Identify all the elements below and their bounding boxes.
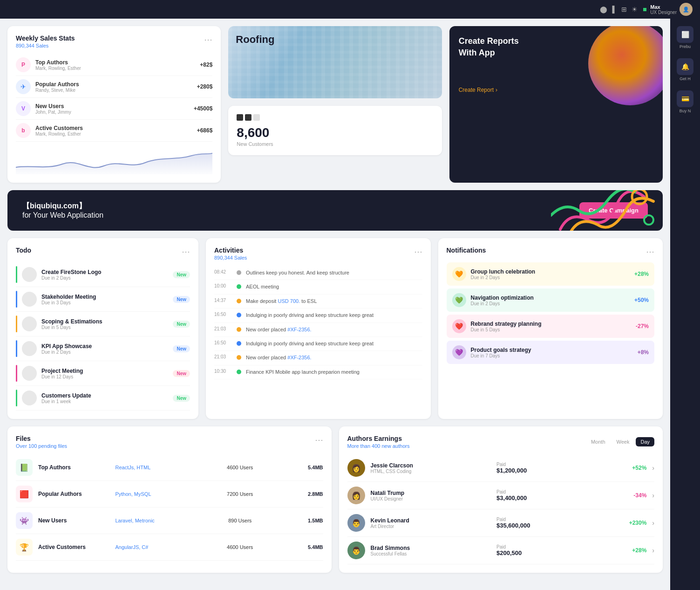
list-item: 🏆 Active Customers AngularJS, C# 4600 Us… — [16, 534, 323, 561]
list-item: 👨 Brad Simmons Successful Fellas Paid $2… — [347, 537, 655, 564]
campaign-title2: for Your Web Application — [22, 211, 103, 220]
list-item: 📗 Top Authors ReactJs, HTML 4600 Users 5… — [16, 454, 323, 481]
list-item: 👩 Natali Trump UI/UX Designer Paid $3,40… — [347, 482, 655, 509]
file-users: 4600 Users — [210, 544, 270, 550]
list-item: Create FireStone Logo Due in 2 Days New — [16, 262, 190, 287]
list-item: 10:30 Finance KPI Mobile app launch prep… — [214, 365, 422, 379]
todo-badge: New — [173, 370, 190, 377]
grid-icon[interactable]: ⊞ — [621, 6, 627, 13]
todo-text: Create FireStone Logo Due in 2 Days — [41, 269, 168, 281]
brightness-icon[interactable]: ☀ — [632, 6, 638, 13]
panel-item-geth[interactable]: 🔔 Get H — [677, 58, 693, 81]
file-tags: Python, MySQL — [115, 491, 204, 497]
todo-badge: New — [173, 296, 190, 303]
list-item: 16:50 Indulging in poorly driving and ke… — [214, 337, 422, 351]
panel-item-prebu[interactable]: ⬜ Prebu — [677, 26, 693, 49]
author-change: +28% — [582, 547, 646, 554]
todo-text: KPI App Showcase Due in 2 Days — [41, 343, 168, 355]
bar-icon[interactable]: ▌ — [612, 6, 617, 13]
panel-item-buyn[interactable]: 💳 Buy N — [677, 90, 693, 113]
activities-menu[interactable]: ⋯ — [414, 247, 422, 257]
avatar[interactable]: 👤 — [680, 3, 693, 16]
activity-link[interactable]: #XF-2356. — [287, 327, 311, 332]
stat-value: +82$ — [200, 62, 212, 68]
todo-avatar — [22, 391, 37, 405]
stat-name: Top Authors — [35, 59, 81, 66]
author-arrow-icon[interactable]: › — [652, 492, 654, 499]
list-item: Stakeholder Meeting Due in 3 Days New — [16, 287, 190, 312]
todo-bar — [16, 365, 17, 382]
panel-icon-prebu: ⬜ — [677, 26, 693, 43]
new-customers-number: 8,600 — [237, 125, 433, 140]
file-name: New Users — [38, 517, 109, 524]
search-icon[interactable]: ⬤ — [600, 6, 607, 13]
todo-text: Scoping & Estimations Due in 5 Days — [41, 318, 168, 330]
todo-badge: New — [173, 321, 190, 328]
file-size: 5.4MB — [275, 465, 323, 470]
files-menu[interactable]: ⋯ — [315, 435, 323, 445]
notif-text: Group lunch celebration Due in 2 Days — [471, 268, 630, 280]
activities-title: Activities — [214, 247, 247, 254]
author-info: Natali Trump UI/UX Designer — [371, 490, 491, 501]
tab-day[interactable]: Day — [636, 437, 654, 446]
notif-value: +50% — [634, 297, 649, 303]
file-name: Popular Authors — [38, 491, 109, 497]
campaign-decoration — [546, 190, 663, 231]
todo-avatar — [22, 267, 37, 282]
author-arrow-icon[interactable]: › — [652, 547, 654, 554]
activity-dot — [237, 355, 241, 360]
activity-link[interactable]: USD 700. — [278, 298, 300, 304]
tab-week[interactable]: Week — [612, 437, 634, 446]
roofing-card: Roofing — [228, 26, 442, 98]
stat-sub: John, Pat, Jimmy — [35, 110, 71, 115]
notif-icon: 🧡 — [452, 267, 466, 281]
list-item: Project Meeting Due in 12 Days New — [16, 361, 190, 386]
todo-avatar — [22, 292, 37, 307]
tab-month[interactable]: Month — [586, 437, 610, 446]
todo-title: Todo — [16, 247, 31, 254]
todo-avatar — [22, 341, 37, 356]
list-item: 10:00 AEOL meeting — [214, 280, 422, 294]
stat-row: b Active CustomersMark, Rowling, Esther … — [16, 120, 212, 142]
create-report-link[interactable]: Create Report › — [459, 87, 497, 93]
notif-text: Rebrand strategy planning Due in 5 Days — [471, 321, 631, 332]
author-arrow-icon[interactable]: › — [652, 464, 654, 472]
author-arrow-icon[interactable]: › — [652, 519, 654, 527]
stat-name: Active Customers — [35, 125, 83, 131]
files-subtitle: Over 100 pending files — [16, 443, 67, 449]
stat-icon-top-authors: P — [16, 57, 31, 72]
file-icon: 👾 — [16, 512, 33, 529]
activity-dot — [237, 341, 241, 346]
panel-icon-geth: 🔔 — [677, 58, 693, 75]
file-icon: 🟥 — [16, 486, 33, 502]
stat-sub: Randy, Steve, Mike — [35, 88, 79, 93]
list-item: ❤️ Rebrand strategy planning Due in 5 Da… — [447, 315, 655, 338]
notif-text: Navigation optimization Due in 2 Days — [471, 295, 630, 306]
top-navigation: ⬤ ▌ ⊞ ☀ Max UX Designer 👤 — [0, 0, 700, 19]
sq-dark — [237, 114, 243, 121]
author-avatar: 👨 — [347, 542, 365, 559]
files-card: Files Over 100 pending files ⋯ 📗 Top Aut… — [7, 426, 332, 573]
campaign-section: 【biqubiqu.com】 for Your Web Application … — [0, 190, 700, 238]
roofing-title: Roofing — [236, 34, 274, 46]
list-item: Customers Update Due in 1 week New — [16, 386, 190, 411]
nav-icons: ⬤ ▌ ⊞ ☀ — [600, 6, 638, 13]
notif-icon: 💜 — [452, 345, 466, 359]
list-item: 👨 Kevin Leonard Art Director Paid $35,60… — [347, 509, 655, 537]
notifications-title: Notifications — [447, 247, 486, 254]
authors-earnings-card: Authors Earnings More than 400 new autho… — [339, 426, 663, 573]
author-payment: Paid $3,400,000 — [496, 489, 577, 501]
weekly-sales-menu[interactable]: ⋯ — [204, 34, 212, 45]
file-icon: 🏆 — [16, 539, 33, 556]
notif-icon: 💚 — [452, 293, 466, 307]
todo-avatar — [22, 366, 37, 381]
todo-menu[interactable]: ⋯ — [182, 247, 190, 257]
author-change: +52% — [582, 465, 646, 471]
stat-row: ✈ Popular AuthorsRandy, Steve, Mike +280… — [16, 76, 212, 98]
notif-text: Product goals strategy Due in 7 Days — [471, 347, 633, 358]
activity-dot — [237, 327, 241, 332]
file-size: 5.4MB — [275, 544, 323, 550]
stat-sub: Mark, Rowling, Esther — [35, 131, 83, 137]
notifications-menu[interactable]: ⋯ — [646, 247, 654, 257]
activity-link[interactable]: #XF-2356. — [287, 355, 311, 360]
